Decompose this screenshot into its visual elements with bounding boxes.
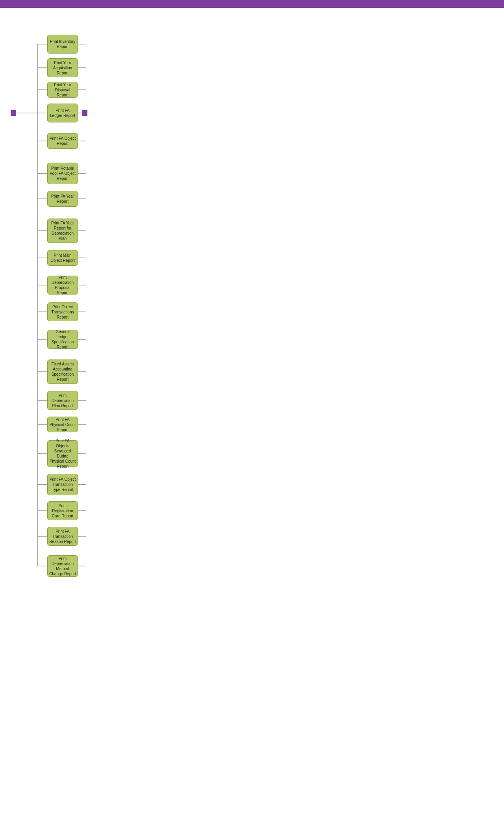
node-n12[interactable]: General Ledger Specification Report <box>47 330 78 349</box>
node-n15[interactable]: Print FA Physical Count Report <box>47 417 78 432</box>
node-n16[interactable]: Print FA Objects Scrapped During Physica… <box>47 440 78 467</box>
node-n7[interactable]: Print FA Year Report <box>47 191 78 207</box>
diagram-container: Print Inventory ReportPrint Year Acquisi… <box>0 8 504 819</box>
node-n8[interactable]: Print FA Year Report for Depreciation Pl… <box>47 219 78 243</box>
node-n18[interactable]: Print Registration Card Report <box>47 501 78 520</box>
left-connector <box>11 110 16 116</box>
node-n19[interactable]: Print FA Transaction Reason Report <box>47 527 78 546</box>
node-n4[interactable]: Print FA Ledger Report <box>47 104 78 122</box>
node-n10[interactable]: Print Depreciation Proposal Report <box>47 276 78 295</box>
node-n6[interactable]: Print Rotable Pool FA Object Report <box>47 163 78 184</box>
right-connector <box>82 110 87 116</box>
node-n1[interactable]: Print Inventory Report <box>47 35 78 54</box>
page-title <box>0 0 504 8</box>
node-n11[interactable]: Print Object Transactions Report <box>47 302 78 321</box>
node-n17[interactable]: Print FA Object Transaction Type Report <box>47 474 78 495</box>
node-n14[interactable]: Print Depreciation Plan Report <box>47 391 78 410</box>
node-n2[interactable]: Print Year Acquisition Report <box>47 58 78 77</box>
node-n3[interactable]: Print Year Disposal Report <box>47 82 78 98</box>
node-n9[interactable]: Print Main Object Report <box>47 250 78 266</box>
node-n20[interactable]: Print Depreciation Method Change Report <box>47 555 78 577</box>
node-n13[interactable]: Fixed Assets Accounting Specification Re… <box>47 359 78 384</box>
node-n5[interactable]: Print FA Object Report <box>47 133 78 149</box>
